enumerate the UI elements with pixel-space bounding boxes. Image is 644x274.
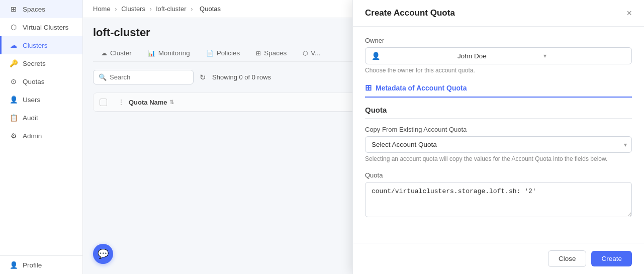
- clusters-icon: ☁: [10, 41, 18, 49]
- secrets-icon: 🔑: [10, 59, 18, 67]
- chat-icon: 💬: [98, 248, 109, 259]
- policies-tab-icon: 📄: [206, 50, 214, 57]
- quota-section-title: Quota: [365, 106, 632, 119]
- sidebar-item-label: Audit: [23, 114, 38, 122]
- chat-bubble[interactable]: 💬: [93, 244, 113, 264]
- sidebar-item-users[interactable]: 👤 Users: [0, 90, 82, 109]
- sidebar: ⊞ Spaces ⬡ Virtual Clusters ☁ Clusters 🔑…: [0, 0, 83, 274]
- tab-vc-label: V...: [311, 49, 320, 57]
- sidebar-item-label: Quotas: [23, 78, 45, 85]
- profile-icon: 👤: [10, 261, 18, 269]
- create-account-quota-modal: Create Account Quota × Owner 👤 John Doe …: [352, 0, 644, 274]
- quotas-icon: ⊙: [10, 77, 18, 85]
- create-button[interactable]: Create: [591, 251, 632, 266]
- owner-select[interactable]: 👤 John Doe ▾: [365, 47, 632, 64]
- modal-title: Create Account Quota: [365, 8, 455, 18]
- sidebar-item-spaces[interactable]: ⊞ Spaces: [0, 0, 82, 18]
- admin-icon: ⚙: [10, 132, 18, 140]
- sidebar-item-secrets[interactable]: 🔑 Secrets: [0, 54, 82, 72]
- sidebar-item-label: Users: [23, 96, 40, 104]
- owner-chevron-icon: ▾: [543, 52, 625, 59]
- main-content: Home › Clusters › loft-cluster › Quotas …: [83, 0, 644, 274]
- tab-spaces[interactable]: ⊞ Spaces: [248, 45, 295, 62]
- owner-value: John Doe: [457, 52, 539, 60]
- column-menu-icon[interactable]: ⋮: [118, 98, 125, 106]
- sidebar-item-audit[interactable]: 📋 Audit: [0, 109, 82, 127]
- user-icon: 👤: [372, 52, 453, 60]
- sidebar-item-label: Virtual Clusters: [23, 24, 68, 31]
- owner-hint: Choose the owner for this account quota.: [365, 67, 632, 74]
- audit-icon: 📋: [10, 114, 18, 122]
- quota-textarea[interactable]: count/virtualclusters.storage.loft.sh: '…: [365, 182, 632, 217]
- breadcrumb-loft-cluster[interactable]: loft-cluster: [156, 5, 187, 13]
- users-icon: 👤: [10, 96, 18, 104]
- expand-icon: ⊞: [365, 83, 372, 93]
- tab-monitoring[interactable]: 📊 Monitoring: [140, 45, 198, 62]
- showing-text: Showing 0 of 0 rows: [212, 73, 271, 81]
- breadcrumb-sep3: ›: [191, 5, 195, 13]
- close-button[interactable]: Close: [548, 250, 587, 267]
- cluster-tab-icon: ☁: [101, 50, 107, 57]
- quota-textarea-group: Quota count/virtualclusters.storage.loft…: [365, 171, 632, 219]
- tab-spaces-label: Spaces: [264, 49, 287, 57]
- copy-from-group: Copy From Existing Account Quota Select …: [365, 126, 632, 162]
- tab-virtual-clusters[interactable]: ⬡ V...: [295, 45, 328, 62]
- metadata-section-toggle[interactable]: ⊞ Metadata of Account Quota: [365, 83, 632, 98]
- metadata-section-label: Metadata of Account Quota: [376, 84, 467, 92]
- breadcrumb-home[interactable]: Home: [93, 5, 111, 13]
- tab-cluster-label: Cluster: [110, 49, 132, 57]
- sidebar-item-label: Secrets: [23, 60, 46, 67]
- sort-icon[interactable]: ⇅: [169, 99, 174, 106]
- search-box[interactable]: 🔍: [93, 70, 194, 84]
- search-input[interactable]: [110, 73, 188, 81]
- tab-policies-label: Policies: [217, 49, 240, 57]
- quota-textarea-label: Quota: [365, 171, 632, 179]
- breadcrumb-clusters[interactable]: Clusters: [121, 5, 145, 13]
- monitoring-tab-icon: 📊: [148, 50, 155, 57]
- copy-from-select[interactable]: Select Account Quota: [365, 136, 632, 153]
- tab-policies[interactable]: 📄 Policies: [198, 45, 248, 62]
- modal-close-button[interactable]: ×: [626, 9, 632, 18]
- sidebar-item-profile[interactable]: 👤 Profile: [0, 256, 82, 274]
- modal-body: Owner 👤 John Doe ▾ Choose the owner for …: [353, 27, 644, 243]
- owner-group: Owner 👤 John Doe ▾ Choose the owner for …: [365, 37, 632, 74]
- vc-tab-icon: ⬡: [303, 50, 308, 57]
- breadcrumb-current: Quotas: [200, 5, 221, 13]
- modal-header: Create Account Quota ×: [353, 0, 644, 27]
- breadcrumb-sep2: ›: [150, 5, 154, 13]
- spaces-icon: ⊞: [10, 5, 18, 13]
- owner-label: Owner: [365, 37, 632, 44]
- tab-monitoring-label: Monitoring: [158, 49, 190, 57]
- sidebar-item-virtual-clusters[interactable]: ⬡ Virtual Clusters: [0, 18, 82, 36]
- copy-from-label: Copy From Existing Account Quota: [365, 126, 632, 133]
- sidebar-item-label: Admin: [23, 132, 42, 140]
- modal-footer: Close Create: [353, 243, 644, 274]
- sidebar-item-clusters[interactable]: ☁ Clusters: [0, 36, 82, 54]
- select-all-checkbox[interactable]: [100, 99, 107, 106]
- sidebar-item-label: Spaces: [23, 6, 45, 13]
- select-all-col: [100, 99, 118, 106]
- sidebar-item-label: Profile: [23, 261, 42, 269]
- search-icon: 🔍: [99, 73, 107, 81]
- copy-from-select-wrapper: Select Account Quota ▾: [365, 136, 632, 153]
- refresh-button[interactable]: ↻: [200, 73, 206, 82]
- sidebar-item-admin[interactable]: ⚙ Admin: [0, 127, 82, 145]
- virtual-clusters-icon: ⬡: [10, 23, 18, 31]
- sidebar-item-quotas[interactable]: ⊙ Quotas: [0, 72, 82, 90]
- sidebar-item-label: Clusters: [23, 42, 48, 49]
- spaces-tab-icon: ⊞: [256, 50, 261, 57]
- copy-from-hint: Selecting an account quota will copy the…: [365, 155, 632, 162]
- tab-cluster[interactable]: ☁ Cluster: [93, 45, 140, 62]
- breadcrumb-sep1: ›: [115, 5, 119, 13]
- quota-name-header: Quota Name: [129, 99, 167, 106]
